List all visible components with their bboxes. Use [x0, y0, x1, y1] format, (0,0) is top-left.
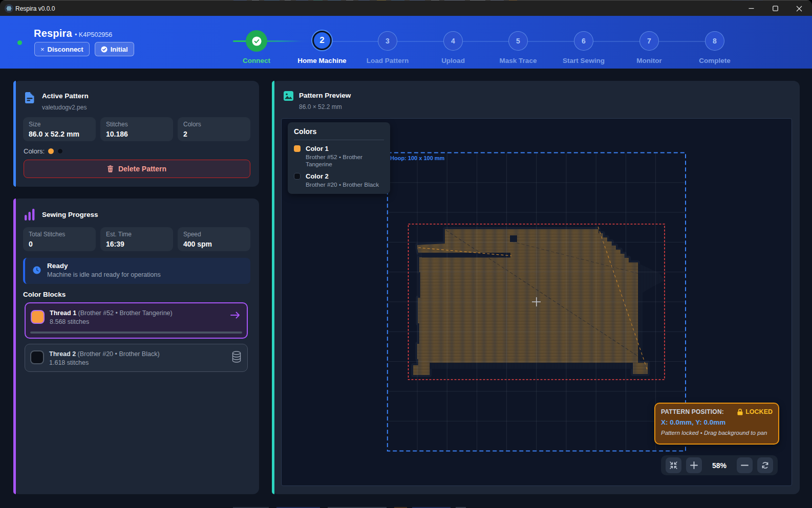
- minimize-button[interactable]: [739, 1, 763, 16]
- step-connect[interactable]: Connect: [223, 30, 290, 52]
- reset-view-button[interactable]: [757, 457, 773, 473]
- sewing-progress-card: Sewing Progress Total Stitches 0 Est. Ti…: [13, 198, 259, 494]
- card-title: Pattern Preview: [299, 92, 351, 99]
- thread-detail: (Brother #20 • Brother Black): [78, 350, 160, 358]
- step-label: Connect: [223, 57, 290, 64]
- step-start-sewing[interactable]: 6 Start Sewing: [550, 30, 617, 51]
- legend-color-desc: Brother #52 • Brother Tangerine: [306, 153, 384, 168]
- preview-canvas[interactable]: Hoop: 100 x 100 mm Colors Color 1 Brothe…: [281, 118, 792, 486]
- disconnect-label: Disconnect: [48, 46, 83, 53]
- step-circle: 8: [705, 31, 724, 51]
- app-logo: [5, 4, 13, 13]
- delete-label: Delete Pattern: [118, 165, 166, 173]
- thread-1-progress: [30, 332, 242, 334]
- stat-value: 16:39: [106, 240, 167, 248]
- step-home-machine[interactable]: 2 Home Machine: [289, 30, 355, 50]
- disconnect-button[interactable]: × Disconnect: [34, 42, 90, 56]
- step-circle: 7: [639, 31, 659, 51]
- minus-icon: [741, 461, 749, 469]
- thread-stitch-count: 8.568 stitches: [50, 318, 89, 325]
- stat-label: Total Stitches: [29, 231, 90, 238]
- pattern-dimensions: 86.0 × 52.2 mm: [299, 103, 342, 111]
- color-blocks-label: Color Blocks: [23, 291, 66, 298]
- step-circle: 4: [443, 31, 463, 51]
- delete-pattern-button[interactable]: Delete Pattern: [24, 160, 250, 178]
- legend-color-2: Color 2 Brother #20 • Brother Black: [294, 172, 384, 188]
- step-complete[interactable]: 8 Complete: [681, 30, 748, 51]
- thread-name: Thread 1: [50, 310, 76, 317]
- thread-title: Thread 1 (Brother #52 • Brother Tangerin…: [50, 310, 173, 317]
- stat-label: Stitches: [106, 121, 167, 128]
- step-mask-trace[interactable]: 5 Mask Trace: [485, 30, 551, 51]
- card-accent-blue: [13, 81, 16, 187]
- zoom-level: 58%: [712, 461, 726, 470]
- pattern-colors-row: Colors:: [24, 147, 63, 155]
- status-text: Machine is idle and ready for operations: [47, 271, 250, 278]
- stat-value: 400 spm: [183, 240, 245, 248]
- zoom-out-button[interactable]: [737, 457, 753, 473]
- position-title: PATTERN POSITION:: [661, 408, 724, 415]
- colors-legend-panel: Colors Color 1 Brother #52 • Brother Tan…: [288, 122, 390, 194]
- zoom-toolbar: 58%: [661, 455, 778, 475]
- step-check-icon: [246, 30, 267, 52]
- image-icon: [284, 91, 293, 101]
- stat-label: Speed: [183, 231, 245, 238]
- card-title: Active Pattern: [42, 92, 89, 100]
- step-number: 8: [713, 37, 717, 45]
- legend-color-1: Color 1 Brother #52 • Brother Tangerine: [294, 145, 384, 168]
- stat-speed: Speed 400 spm: [178, 227, 250, 251]
- card-accent-purple: [13, 198, 16, 494]
- initial-label: Initial: [111, 46, 128, 53]
- database-icon: [232, 351, 241, 363]
- step-circle: 3: [378, 31, 397, 51]
- stat-stitches: Stitches 10.186: [100, 117, 173, 141]
- compress-icon: [669, 461, 678, 470]
- file-icon: [25, 92, 34, 103]
- stat-label: Size: [29, 121, 90, 128]
- legend-color-name: Color 2: [306, 172, 384, 180]
- colors-label: Colors:: [24, 147, 45, 155]
- close-x-icon: ×: [40, 46, 45, 53]
- thread-detail: (Brother #52 • Brother Tangerine): [78, 310, 173, 317]
- step-number: 5: [516, 37, 520, 45]
- app-name: Respira: [34, 28, 72, 39]
- app-window: Respira v0.0.0 Respira •: [0, 0, 812, 508]
- bar-chart-icon: [25, 209, 35, 220]
- step-number: 3: [386, 37, 390, 45]
- fit-view-button[interactable]: [666, 457, 681, 473]
- step-circle: 6: [574, 31, 593, 51]
- pattern-position-overlay: PATTERN POSITION: LOCKED X: 0.0mm, Y: 0.…: [654, 403, 779, 445]
- step-monitor[interactable]: 7 Monitor: [616, 30, 682, 51]
- maximize-button[interactable]: [763, 1, 787, 16]
- trash-icon: [108, 165, 113, 172]
- step-label: Upload: [420, 57, 486, 64]
- stat-label: Colors: [183, 121, 245, 128]
- stat-value: 86.0 x 52.2 mm: [29, 130, 90, 138]
- machine-status-box: Ready Machine is idle and ready for oper…: [23, 258, 250, 284]
- step-number: 7: [647, 37, 651, 45]
- step-load-pattern[interactable]: 3 Load Pattern: [354, 30, 421, 51]
- lock-icon: [737, 409, 743, 415]
- connection-status-dot: [17, 40, 22, 45]
- window-title: Respira v0.0.0: [15, 5, 55, 12]
- thread-2-row[interactable]: Thread 2 (Brother #20 • Brother Black) 1…: [25, 344, 248, 372]
- status-title: Ready: [47, 262, 250, 270]
- active-pattern-card: Active Pattern valetudogv2.pes Size 86.0…: [13, 81, 259, 187]
- position-coords: X: 0.0mm, Y: 0.0mm: [661, 418, 773, 426]
- color-2-swatch: [294, 173, 301, 180]
- thread-2-swatch: [30, 350, 44, 364]
- step-circle: 5: [508, 31, 528, 51]
- position-hint: Pattern locked • Drag background to pan: [661, 430, 773, 436]
- pattern-preview-card: Pattern Preview 86.0 × 52.2 mm: [272, 81, 800, 494]
- refresh-icon: [761, 461, 770, 470]
- legend-color-desc: Brother #20 • Brother Black: [306, 181, 384, 188]
- machine-serial: • K4P502956: [75, 31, 112, 38]
- check-circle-icon: [101, 46, 108, 53]
- legend-color-name: Color 1: [306, 145, 384, 152]
- thread-1-row[interactable]: Thread 1 (Brother #52 • Brother Tangerin…: [25, 302, 248, 339]
- initial-button[interactable]: Initial: [95, 42, 134, 56]
- step-upload[interactable]: 4 Upload: [420, 30, 486, 51]
- zoom-in-button[interactable]: [686, 457, 702, 473]
- step-circle: 2: [312, 31, 332, 50]
- close-button[interactable]: [787, 1, 811, 16]
